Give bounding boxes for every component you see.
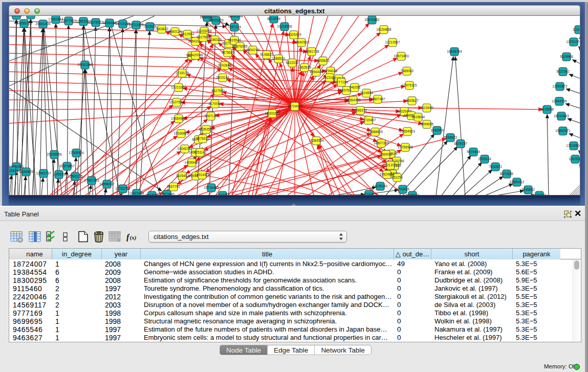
svg-text:15276022: 15276022 [88,20,103,24]
svg-text:15716485: 15716485 [204,186,219,189]
svg-text:20364436: 20364436 [345,98,361,102]
svg-text:18724007: 18724007 [287,104,302,108]
svg-text:14136141: 14136141 [373,184,388,188]
svg-text:17016504: 17016504 [566,144,580,147]
svg-text:19218506: 19218506 [277,25,292,28]
svg-text:16961758: 16961758 [304,50,319,53]
svg-text:9732954: 9732954 [216,193,229,195]
svg-text:20876582: 20876582 [364,18,380,21]
svg-text:5822037: 5822037 [286,61,299,64]
svg-text:11923448: 11923448 [129,191,144,195]
svg-text:30975857: 30975857 [59,164,75,168]
svg-text:26876085: 26876085 [232,45,248,48]
svg-text:9815546: 9815546 [228,38,241,42]
svg-text:3915471: 3915471 [9,169,18,172]
svg-text:12169524: 12169524 [23,16,38,16]
svg-text:19654923: 19654923 [400,129,415,133]
svg-text:12093872: 12093872 [552,84,568,88]
svg-text:9515844: 9515844 [411,115,425,119]
svg-text:8938923: 8938923 [444,136,457,139]
svg-text:13716485: 13716485 [361,192,377,195]
svg-text:1588520: 1588520 [272,57,285,60]
svg-text:9699695: 9699695 [420,122,433,126]
svg-text:16210643: 16210643 [554,114,569,118]
svg-text:9329966: 9329966 [560,55,573,58]
svg-text:2718176: 2718176 [176,71,189,75]
svg-text:13325419: 13325419 [286,33,301,36]
svg-text:9245652: 9245652 [521,188,535,191]
svg-text:6794028: 6794028 [324,69,337,73]
svg-text:13751074: 13751074 [566,40,580,43]
svg-text:9227342: 9227342 [556,70,570,73]
svg-text:7663822: 7663822 [155,27,168,31]
svg-text:17359924: 17359924 [69,151,84,155]
svg-text:9146821: 9146821 [260,53,273,56]
svg-text:(x): (x) [130,234,137,241]
svg-text:3875685: 3875685 [221,51,234,54]
svg-text:1145193: 1145193 [52,172,66,176]
svg-text:22420046: 22420046 [188,53,203,57]
svg-text:9474444: 9474444 [467,150,480,154]
svg-text:10107554: 10107554 [169,100,184,104]
svg-text:9115460: 9115460 [420,106,433,110]
svg-text:7955812: 7955812 [316,59,330,62]
svg-text:16713355: 16713355 [128,23,144,27]
svg-text:1640954: 1640954 [430,128,444,132]
svg-text:7632621: 7632621 [489,165,502,168]
svg-text:7357224: 7357224 [228,25,241,29]
svg-text:18495094: 18495094 [228,16,243,18]
svg-text:15692971: 15692971 [555,129,571,133]
svg-text:16212076: 16212076 [383,163,398,167]
svg-text:10654112: 10654112 [510,180,525,184]
svg-text:8912954: 8912954 [181,32,194,36]
svg-text:8186328: 8186328 [208,38,222,41]
svg-text:10046788: 10046788 [177,147,192,150]
svg-text:11156829: 11156829 [19,170,34,173]
svg-text:10958167: 10958167 [99,182,115,186]
svg-text:9464988: 9464988 [145,193,159,195]
svg-text:16648784: 16648784 [447,50,462,53]
svg-text:12505135: 12505135 [68,174,83,178]
svg-text:9242848: 9242848 [218,63,231,67]
svg-text:6466162: 6466162 [103,21,116,25]
svg-text:8660124: 8660124 [168,30,182,33]
svg-text:14055712: 14055712 [16,21,32,25]
svg-text:3267130: 3267130 [204,114,217,118]
svg-text:8813054: 8813054 [267,17,280,20]
svg-text:12444156: 12444156 [552,99,567,103]
svg-text:8427552: 8427552 [211,89,225,93]
svg-text:252254: 252254 [391,176,403,179]
svg-text:8215958: 8215958 [540,107,554,111]
svg-text:1112440: 1112440 [573,28,580,31]
svg-text:21977919: 21977919 [61,19,76,23]
svg-text:17957253: 17957253 [84,179,99,182]
svg-text:11353594: 11353594 [199,127,214,131]
svg-text:8471636: 8471636 [500,172,513,176]
svg-text:20053346: 20053346 [77,63,93,67]
svg-text:10807487: 10807487 [370,97,385,101]
svg-text:7986372: 7986372 [354,108,367,112]
svg-text:19756928: 19756928 [398,145,413,149]
svg-text:16154838: 16154838 [376,28,391,31]
svg-text:18300295: 18300295 [265,112,280,115]
svg-text:8471922: 8471922 [533,193,546,195]
svg-text:20691406: 20691406 [35,22,51,26]
svg-text:12213369: 12213369 [171,85,186,89]
svg-text:1733426: 1733426 [396,187,409,191]
svg-text:7485063: 7485063 [400,69,413,73]
svg-text:12213967: 12213967 [385,40,400,44]
svg-text:8578332: 8578332 [196,137,209,140]
svg-text:19384554: 19384554 [309,139,324,142]
svg-text:9084067: 9084067 [379,152,393,156]
svg-text:14099489: 14099489 [184,161,200,164]
svg-text:2933114: 2933114 [478,157,491,161]
svg-text:9657791: 9657791 [167,185,180,188]
svg-text:7251142: 7251142 [193,150,207,154]
svg-text:19654985: 19654985 [171,117,186,120]
svg-text:746266: 746266 [349,85,360,89]
svg-text:9463627: 9463627 [405,99,419,102]
svg-text:19166825: 19166825 [173,132,189,135]
svg-text:3170064: 3170064 [208,102,222,105]
svg-text:18939564: 18939564 [9,16,24,17]
svg-text:13226058: 13226058 [197,29,212,33]
